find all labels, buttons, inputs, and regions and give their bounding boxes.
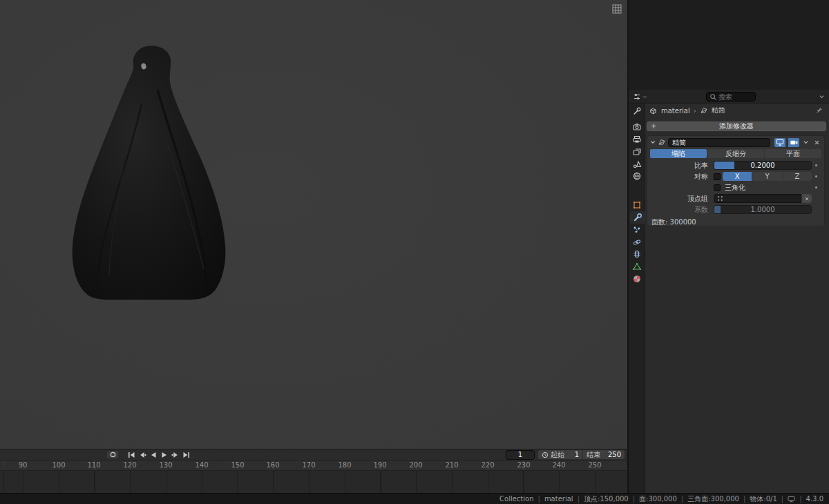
tab-collapse[interactable]: 塌陷 (650, 149, 707, 158)
tab-object-data[interactable] (629, 260, 645, 273)
animate-dot[interactable] (815, 164, 817, 166)
tab-render[interactable] (629, 121, 645, 133)
ruler-label: 240 (552, 461, 565, 469)
blender-window: 1 起始 1 结束 250 90 100 110 120 (0, 0, 829, 504)
ruler-label: 160 (266, 461, 279, 469)
camera-icon (790, 138, 798, 146)
monitor-icon (776, 138, 784, 146)
add-modifier-label: 添加修改器 (719, 122, 754, 130)
symmetry-label: 对称 (650, 172, 714, 182)
vertex-group-clear-button[interactable] (802, 194, 812, 203)
tab-constraints[interactable] (629, 248, 645, 260)
system-monitor-icon (777, 495, 795, 503)
breadcrumb: material › 精简 (649, 105, 826, 116)
ruler-label: 90 (19, 461, 28, 469)
frame-range-group: 起始 1 结束 250 (538, 450, 625, 459)
ruler-label: 210 (445, 461, 458, 469)
tab-object[interactable] (629, 199, 645, 211)
tab-output[interactable] (629, 133, 645, 146)
auto-keyframe-button[interactable] (106, 450, 119, 459)
vertex-group-row: 顶点组 (650, 193, 821, 204)
timeline-ruler[interactable]: 90 100 110 120 130 140 150 160 170 180 1… (0, 461, 627, 471)
breadcrumb-object[interactable]: material (661, 107, 690, 115)
jump-to-start-button[interactable] (126, 451, 135, 458)
frame-end-field[interactable]: 结束 250 (583, 450, 625, 459)
factor-value: 1.0000 (714, 206, 811, 213)
play-button[interactable] (160, 451, 169, 458)
frame-start-field[interactable]: 起始 1 (538, 450, 582, 459)
ruler-label: 110 (87, 461, 100, 469)
close-icon (814, 139, 820, 146)
decimate-modifier-panel: 精简 (647, 135, 825, 226)
symmetry-checkbox[interactable] (714, 173, 721, 180)
factor-row: 系数 1.0000 (650, 204, 821, 215)
display-render-toggle[interactable] (788, 138, 799, 147)
breadcrumb-modifier[interactable]: 精简 (712, 106, 725, 115)
tab-world[interactable] (629, 170, 645, 182)
editor-type-selector[interactable] (632, 92, 647, 101)
next-keyframe-button[interactable] (171, 451, 180, 458)
prev-keyframe-button[interactable] (137, 451, 146, 458)
clock-icon (542, 452, 549, 458)
animate-dot[interactable] (815, 186, 817, 188)
tab-tool[interactable] (629, 105, 645, 117)
ruler-label: 120 (123, 461, 136, 469)
3d-viewport[interactable] (0, 0, 627, 449)
playback-controls (126, 451, 191, 458)
mesh-silhouette[interactable] (73, 46, 226, 300)
mesh-data-icon (632, 262, 642, 271)
viewport-grid-icon[interactable] (612, 4, 622, 14)
decimated-mesh-object[interactable] (0, 0, 627, 449)
play-reverse-button[interactable] (149, 451, 158, 458)
status-version: 4.3.0 (795, 495, 823, 503)
plus-icon: + (651, 122, 656, 130)
modifier-name-field[interactable]: 精简 (668, 138, 770, 147)
expand-chevron-icon[interactable] (650, 139, 656, 145)
search-icon (709, 93, 717, 101)
search-field[interactable] (706, 92, 756, 101)
tab-planar[interactable]: 平面 (765, 149, 821, 158)
header-menu-chevron-icon[interactable] (819, 94, 825, 99)
face-count-text: 面数: 300000 (651, 217, 824, 227)
render-camera-icon (632, 122, 642, 132)
add-modifier-button[interactable]: + 添加修改器 (647, 122, 826, 131)
animate-dot[interactable] (815, 175, 817, 177)
tab-particles[interactable] (629, 224, 645, 236)
ruler-label: 220 (481, 461, 494, 469)
frame-end-label: 结束 (587, 450, 600, 460)
search-input[interactable] (718, 93, 753, 101)
tool-icon (632, 106, 642, 116)
tab-view-layer[interactable] (629, 146, 645, 158)
triangulate-checkbox[interactable] (714, 184, 721, 191)
frame-end-value: 250 (608, 451, 621, 458)
modifier-delete-button[interactable] (812, 138, 821, 147)
status-verts: 顶点:150,000 (573, 494, 629, 504)
tab-scene[interactable] (629, 158, 645, 171)
constraints-icon (632, 249, 642, 259)
ratio-slider[interactable]: 0.2000 (714, 161, 812, 170)
symmetry-x-button[interactable]: X (723, 172, 752, 181)
jump-to-end-button[interactable] (182, 451, 191, 458)
object-icon (632, 200, 642, 210)
particles-icon (632, 225, 642, 235)
current-frame-field[interactable]: 1 (506, 450, 535, 460)
tab-physics[interactable] (629, 236, 645, 249)
frame-start-value: 1 (575, 451, 579, 458)
pin-icon[interactable] (815, 106, 823, 115)
triangulate-row: 三角化 (650, 182, 821, 193)
symmetry-row: 对称 X Y Z (650, 171, 821, 182)
tab-material[interactable] (629, 273, 645, 285)
modifier-extras-button[interactable] (801, 138, 810, 147)
display-viewport-toggle[interactable] (774, 138, 785, 147)
tab-unsubdivide[interactable]: 反细分 (707, 149, 764, 158)
symmetry-y-button[interactable]: Y (752, 172, 781, 181)
properties-header (629, 90, 829, 104)
vertex-group-field[interactable] (714, 194, 801, 203)
ruler-label: 200 (409, 461, 422, 469)
tab-modifiers-active[interactable] (630, 211, 645, 224)
play-reverse-icon (149, 452, 158, 458)
skip-to-end-icon (182, 452, 191, 458)
symmetry-z-button[interactable]: Z (783, 172, 812, 181)
ruler-label: 180 (338, 461, 351, 469)
timeline-tracks[interactable] (0, 471, 627, 494)
